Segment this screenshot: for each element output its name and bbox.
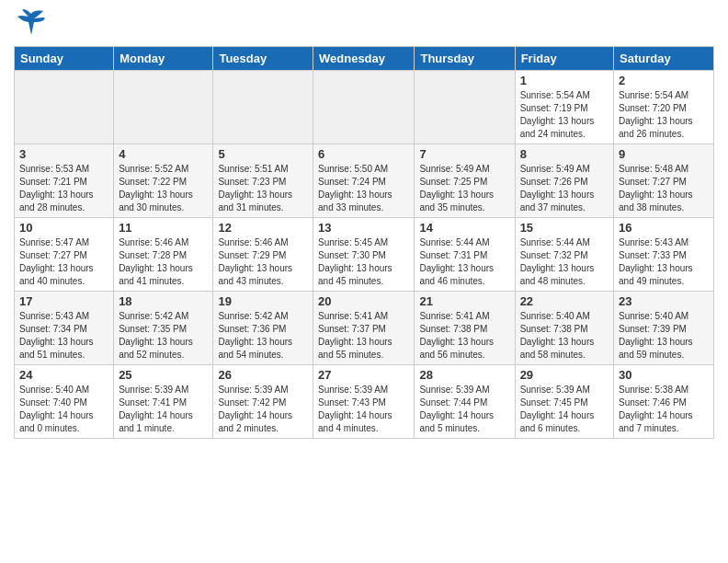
calendar-cell: 27Sunrise: 5:39 AM Sunset: 7:43 PM Dayli… bbox=[313, 365, 415, 439]
day-number: 15 bbox=[520, 221, 609, 235]
calendar-cell: 15Sunrise: 5:44 AM Sunset: 7:32 PM Dayli… bbox=[515, 218, 613, 292]
day-info: Sunrise: 5:39 AM Sunset: 7:45 PM Dayligh… bbox=[520, 384, 609, 435]
day-info: Sunrise: 5:43 AM Sunset: 7:33 PM Dayligh… bbox=[619, 236, 709, 288]
day-info: Sunrise: 5:39 AM Sunset: 7:43 PM Dayligh… bbox=[318, 384, 409, 435]
day-number: 21 bbox=[419, 294, 509, 308]
day-info: Sunrise: 5:53 AM Sunset: 7:21 PM Dayligh… bbox=[19, 163, 108, 214]
day-number: 4 bbox=[119, 147, 208, 161]
day-info: Sunrise: 5:45 AM Sunset: 7:30 PM Dayligh… bbox=[318, 236, 409, 288]
day-info: Sunrise: 5:44 AM Sunset: 7:32 PM Dayligh… bbox=[520, 236, 609, 288]
day-number: 14 bbox=[419, 221, 509, 235]
calendar-cell: 7Sunrise: 5:49 AM Sunset: 7:25 PM Daylig… bbox=[415, 144, 515, 218]
day-info: Sunrise: 5:51 AM Sunset: 7:23 PM Dayligh… bbox=[218, 163, 308, 214]
day-number: 18 bbox=[119, 294, 208, 308]
calendar-header-row: Sunday Monday Tuesday Wednesday Thursday… bbox=[15, 47, 714, 71]
calendar-cell: 5Sunrise: 5:51 AM Sunset: 7:23 PM Daylig… bbox=[213, 144, 313, 218]
calendar-week-row: 3Sunrise: 5:53 AM Sunset: 7:21 PM Daylig… bbox=[15, 144, 714, 218]
calendar-cell: 24Sunrise: 5:40 AM Sunset: 7:40 PM Dayli… bbox=[15, 365, 114, 439]
day-number: 13 bbox=[318, 221, 409, 235]
calendar-cell: 16Sunrise: 5:43 AM Sunset: 7:33 PM Dayli… bbox=[614, 218, 714, 292]
day-info: Sunrise: 5:40 AM Sunset: 7:38 PM Dayligh… bbox=[520, 310, 609, 362]
day-info: Sunrise: 5:40 AM Sunset: 7:39 PM Dayligh… bbox=[619, 310, 709, 362]
col-sunday: Sunday bbox=[15, 47, 114, 71]
day-info: Sunrise: 5:42 AM Sunset: 7:36 PM Dayligh… bbox=[218, 310, 308, 362]
calendar-week-row: 24Sunrise: 5:40 AM Sunset: 7:40 PM Dayli… bbox=[15, 365, 714, 439]
col-monday: Monday bbox=[114, 47, 213, 71]
day-info: Sunrise: 5:39 AM Sunset: 7:44 PM Dayligh… bbox=[419, 384, 509, 435]
day-number: 27 bbox=[318, 368, 409, 382]
calendar-cell bbox=[313, 71, 415, 144]
calendar-cell: 25Sunrise: 5:39 AM Sunset: 7:41 PM Dayli… bbox=[114, 365, 213, 439]
day-info: Sunrise: 5:54 AM Sunset: 7:19 PM Dayligh… bbox=[520, 89, 609, 141]
col-tuesday: Tuesday bbox=[213, 47, 313, 71]
day-number: 12 bbox=[218, 221, 308, 235]
calendar-cell: 12Sunrise: 5:46 AM Sunset: 7:29 PM Dayli… bbox=[213, 218, 313, 292]
calendar-cell: 17Sunrise: 5:43 AM Sunset: 7:34 PM Dayli… bbox=[15, 292, 114, 365]
calendar-cell: 29Sunrise: 5:39 AM Sunset: 7:45 PM Dayli… bbox=[515, 365, 613, 439]
day-number: 20 bbox=[318, 294, 409, 308]
calendar-cell bbox=[114, 71, 213, 144]
logo bbox=[14, 9, 45, 39]
day-info: Sunrise: 5:44 AM Sunset: 7:31 PM Dayligh… bbox=[419, 236, 509, 288]
calendar-cell: 14Sunrise: 5:44 AM Sunset: 7:31 PM Dayli… bbox=[415, 218, 515, 292]
day-number: 28 bbox=[419, 368, 509, 382]
calendar-cell bbox=[415, 71, 515, 144]
calendar-cell: 13Sunrise: 5:45 AM Sunset: 7:30 PM Dayli… bbox=[313, 218, 415, 292]
calendar-cell: 23Sunrise: 5:40 AM Sunset: 7:39 PM Dayli… bbox=[614, 292, 714, 365]
day-info: Sunrise: 5:46 AM Sunset: 7:28 PM Dayligh… bbox=[119, 236, 208, 288]
day-number: 5 bbox=[218, 147, 308, 161]
day-info: Sunrise: 5:42 AM Sunset: 7:35 PM Dayligh… bbox=[119, 310, 208, 362]
col-thursday: Thursday bbox=[415, 47, 515, 71]
calendar-cell: 19Sunrise: 5:42 AM Sunset: 7:36 PM Dayli… bbox=[213, 292, 313, 365]
calendar-week-row: 10Sunrise: 5:47 AM Sunset: 7:27 PM Dayli… bbox=[15, 218, 714, 292]
day-info: Sunrise: 5:40 AM Sunset: 7:40 PM Dayligh… bbox=[19, 384, 108, 435]
day-number: 6 bbox=[318, 147, 409, 161]
day-info: Sunrise: 5:47 AM Sunset: 7:27 PM Dayligh… bbox=[19, 236, 108, 288]
day-number: 7 bbox=[419, 147, 509, 161]
calendar-cell: 3Sunrise: 5:53 AM Sunset: 7:21 PM Daylig… bbox=[15, 144, 114, 218]
day-number: 11 bbox=[119, 221, 208, 235]
day-info: Sunrise: 5:43 AM Sunset: 7:34 PM Dayligh… bbox=[19, 310, 108, 362]
day-info: Sunrise: 5:49 AM Sunset: 7:26 PM Dayligh… bbox=[520, 163, 609, 214]
col-friday: Friday bbox=[515, 47, 613, 71]
day-info: Sunrise: 5:46 AM Sunset: 7:29 PM Dayligh… bbox=[218, 236, 308, 288]
page-header bbox=[14, 9, 714, 39]
calendar-cell: 20Sunrise: 5:41 AM Sunset: 7:37 PM Dayli… bbox=[313, 292, 415, 365]
calendar-cell: 21Sunrise: 5:41 AM Sunset: 7:38 PM Dayli… bbox=[415, 292, 515, 365]
calendar-cell: 8Sunrise: 5:49 AM Sunset: 7:26 PM Daylig… bbox=[515, 144, 613, 218]
calendar-week-row: 17Sunrise: 5:43 AM Sunset: 7:34 PM Dayli… bbox=[15, 292, 714, 365]
day-number: 8 bbox=[520, 147, 609, 161]
day-number: 16 bbox=[619, 221, 709, 235]
calendar-cell: 4Sunrise: 5:52 AM Sunset: 7:22 PM Daylig… bbox=[114, 144, 213, 218]
calendar-cell: 26Sunrise: 5:39 AM Sunset: 7:42 PM Dayli… bbox=[213, 365, 313, 439]
day-info: Sunrise: 5:39 AM Sunset: 7:42 PM Dayligh… bbox=[218, 384, 308, 435]
day-info: Sunrise: 5:49 AM Sunset: 7:25 PM Dayligh… bbox=[419, 163, 509, 214]
day-number: 3 bbox=[19, 147, 108, 161]
day-number: 25 bbox=[119, 368, 208, 382]
day-number: 22 bbox=[520, 294, 609, 308]
calendar-cell: 18Sunrise: 5:42 AM Sunset: 7:35 PM Dayli… bbox=[114, 292, 213, 365]
calendar-cell: 6Sunrise: 5:50 AM Sunset: 7:24 PM Daylig… bbox=[313, 144, 415, 218]
day-info: Sunrise: 5:38 AM Sunset: 7:46 PM Dayligh… bbox=[619, 384, 709, 435]
day-number: 19 bbox=[218, 294, 308, 308]
day-info: Sunrise: 5:54 AM Sunset: 7:20 PM Dayligh… bbox=[619, 89, 709, 141]
day-info: Sunrise: 5:39 AM Sunset: 7:41 PM Dayligh… bbox=[119, 384, 208, 435]
calendar-cell: 10Sunrise: 5:47 AM Sunset: 7:27 PM Dayli… bbox=[15, 218, 114, 292]
day-number: 9 bbox=[619, 147, 709, 161]
calendar-cell: 2Sunrise: 5:54 AM Sunset: 7:20 PM Daylig… bbox=[614, 71, 714, 144]
day-info: Sunrise: 5:41 AM Sunset: 7:37 PM Dayligh… bbox=[318, 310, 409, 362]
calendar-cell: 11Sunrise: 5:46 AM Sunset: 7:28 PM Dayli… bbox=[114, 218, 213, 292]
day-info: Sunrise: 5:52 AM Sunset: 7:22 PM Dayligh… bbox=[119, 163, 208, 214]
calendar-cell bbox=[15, 71, 114, 144]
day-number: 30 bbox=[619, 368, 709, 382]
day-info: Sunrise: 5:48 AM Sunset: 7:27 PM Dayligh… bbox=[619, 163, 709, 214]
day-number: 26 bbox=[218, 368, 308, 382]
page-container: Sunday Monday Tuesday Wednesday Thursday… bbox=[0, 0, 728, 448]
day-number: 17 bbox=[19, 294, 108, 308]
calendar-cell: 9Sunrise: 5:48 AM Sunset: 7:27 PM Daylig… bbox=[614, 144, 714, 218]
day-number: 10 bbox=[19, 221, 108, 235]
logo-bird-icon bbox=[17, 9, 45, 39]
day-number: 23 bbox=[619, 294, 709, 308]
day-number: 1 bbox=[520, 74, 609, 87]
col-saturday: Saturday bbox=[614, 47, 714, 71]
